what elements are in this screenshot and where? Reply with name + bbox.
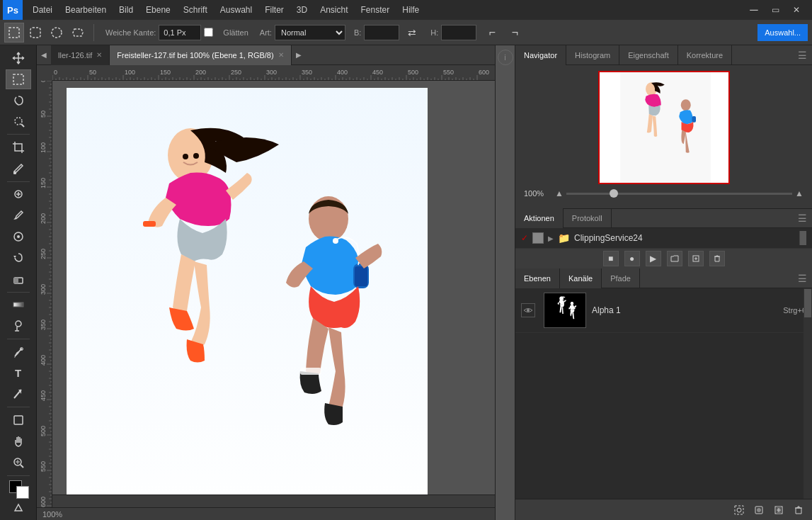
menu-filter[interactable]: Filter [259,2,290,18]
move-tool-icon [11,51,25,65]
rect-marquee-btn[interactable] [4,23,24,43]
art-select[interactable]: Normal Fest Festes Seitenverhältnis [275,25,345,40]
tab-2-close[interactable]: ✕ [278,51,284,59]
glaetten-checkbox[interactable] [204,28,213,37]
svg-rect-12 [13,303,23,307]
tabs-nav-right[interactable]: ▶ [292,45,306,65]
protokoll-tab[interactable]: Protokoll [564,208,612,228]
menu-schrift[interactable]: Schrift [178,2,213,18]
nav-zoom-out-btn[interactable]: ▲ [555,188,564,198]
right-scrollbar[interactable] [804,288,812,499]
new-folder-btn[interactable] [667,251,682,266]
weiche-kante-input[interactable] [159,25,201,40]
dodge-tool-btn[interactable] [6,316,31,336]
selection-from-channel-btn[interactable] [731,502,747,518]
layers-menu-btn[interactable]: ☰ [792,269,812,288]
navigator-header: Navigator Histogram Eigenschaft Korrektu… [515,45,812,65]
tabs-nav-left[interactable]: ◀ [37,45,51,65]
gradient-tool-btn[interactable] [6,295,31,315]
clone-tool-btn[interactable] [6,227,31,247]
korrektue-tab[interactable]: Korrekture [678,45,732,65]
info-icon-btn[interactable]: i [498,50,513,65]
spot-heal-tool-btn[interactable] [6,185,31,205]
aktionen-section: Aktionen Protokoll ☰ ✓ ▶ 📁 ClippingServi… [515,208,812,269]
zoom-tool-btn[interactable] [6,453,31,473]
menu-bild[interactable]: Bild [113,2,139,18]
new-action-btn[interactable] [688,251,704,266]
menu-datei[interactable]: Datei [27,2,58,18]
navigator-menu-btn[interactable]: ☰ [792,45,812,65]
navigator-tab[interactable]: Navigator [515,45,566,65]
b-input[interactable] [364,25,399,40]
kanaele-tab[interactable]: Kanäle [560,269,602,288]
svg-rect-6 [13,171,16,174]
tab-1[interactable]: ller-126.tif ✕ [51,45,110,65]
dodge-icon [11,319,25,333]
menu-3d[interactable]: 3D [291,2,313,18]
svg-rect-25 [355,266,367,286]
move-tool-btn[interactable] [6,48,31,68]
lasso-tool-btn[interactable] [6,91,31,111]
eyedropper-tool-btn[interactable] [6,159,31,179]
play-btn[interactable]: ▶ [646,251,661,266]
row-marquee-btn[interactable] [68,23,88,43]
minimize-button[interactable]: ─ [744,0,764,20]
fg-color-btn[interactable] [6,478,31,496]
option-toolbar: Weiche Kante: Glätten Art: Normal Fest F… [0,20,812,45]
hand-tool-btn[interactable] [6,431,31,451]
menu-bearbeiten[interactable]: Bearbeiten [59,2,112,18]
layers-header: Ebenen Kanäle Pfade ☰ [515,269,812,288]
new-channel-btn[interactable] [771,502,787,518]
tab-1-close[interactable]: ✕ [96,51,102,59]
menu-ebene[interactable]: Ebene [140,2,176,18]
right-panel: Navigator Histogram Eigenschaft Korrektu… [515,45,812,520]
aktionen-tab[interactable]: Aktionen [515,208,564,228]
swap-dimensions-btn[interactable]: ⇄ [402,23,422,43]
action-expand-icon[interactable]: ▶ [548,234,554,242]
quick-select-tool-btn[interactable] [6,111,31,131]
delete-action-btn[interactable] [709,251,725,266]
h-input[interactable] [441,25,476,40]
crop-tool-btn[interactable] [6,137,31,157]
scrollbar-thumb[interactable] [804,289,811,317]
close-button[interactable]: ✕ [787,0,806,20]
type-tool-btn[interactable]: T [6,363,31,383]
tab-2[interactable]: Freisteller-127.tif bei 100% (Ebene 1, R… [110,45,291,65]
pen-fg-btn[interactable] [6,497,31,517]
nav-zoom-slider[interactable] [566,193,792,195]
move-marquee-btn[interactable] [25,23,45,43]
menu-fenster[interactable]: Fenster [355,2,396,18]
save-selection-btn[interactable] [751,502,767,518]
nav-zoom-in-btn[interactable]: ▲ [795,188,804,198]
stop-btn[interactable]: ■ [603,251,619,266]
maximize-button[interactable]: ▭ [765,0,785,20]
delete-channel-icon [793,504,804,516]
scroll-h[interactable] [52,494,495,507]
ebenen-tab[interactable]: Ebenen [515,269,560,288]
delete-channel-btn[interactable] [791,502,806,518]
ellipse-marquee-btn[interactable] [47,23,67,43]
lt-sep-1 [7,134,30,135]
eraser-tool-btn[interactable] [6,269,31,289]
channel-visibility-btn[interactable] [521,303,535,317]
aktionen-menu-btn[interactable]: ☰ [792,208,812,228]
pen-tool-btn[interactable] [6,342,31,362]
auswahl-button[interactable]: Auswahl... [757,24,808,41]
histogram-tab[interactable]: Histogram [566,45,619,65]
svg-rect-11 [14,278,18,283]
svg-point-13 [16,321,21,327]
canvas-viewport[interactable] [52,81,495,494]
svg-rect-34 [551,293,580,328]
brush-tool-btn[interactable] [6,205,31,225]
eigenschaft-tab[interactable]: Eigenschaft [619,45,677,65]
lt-sep-3 [7,292,30,293]
menu-ansicht[interactable]: Ansicht [314,2,353,18]
pfade-tab[interactable]: Pfade [602,269,640,288]
path-select-btn[interactable] [6,384,31,404]
menu-hilfe[interactable]: Hilfe [396,2,425,18]
shape-tool-btn[interactable] [6,410,31,430]
menu-auswahl[interactable]: Auswahl [215,2,258,18]
marquee-tool-btn[interactable] [6,69,31,89]
history-brush-btn[interactable] [6,248,31,268]
record-btn[interactable]: ● [624,251,640,266]
